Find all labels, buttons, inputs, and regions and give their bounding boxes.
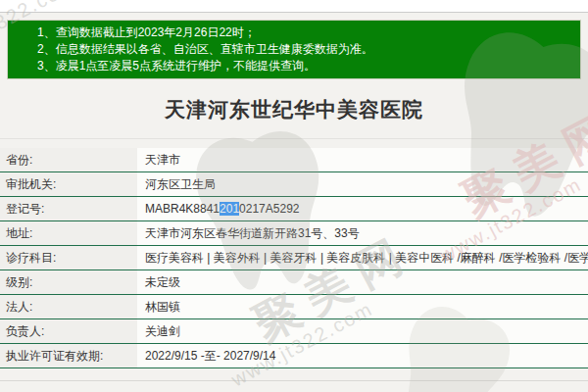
row-label: 登记号: — [0, 197, 137, 220]
table-row-approval-authority: 审批机关: 河东区卫生局 — [0, 172, 588, 197]
row-value: 关迪剑 — [137, 319, 588, 343]
registration-selected-text: 201 — [220, 202, 239, 216]
row-value: 未定级 — [137, 270, 588, 294]
row-label: 负责人: — [0, 319, 137, 343]
table-row-address: 地址: 天津市河东区春华街道新开路31号、33号 — [0, 221, 588, 246]
bottom-divider — [0, 380, 588, 381]
row-label: 地址: — [0, 221, 137, 245]
table-row-province: 省份: 天津市 — [0, 148, 588, 172]
notice-line-2: 2、信息数据结果以各省、自治区、直辖市卫生健康委数据为准。 — [37, 41, 570, 58]
table-row-legal-person: 法人: 林国镇 — [0, 295, 588, 319]
notice-line-1: 1、查询数据截止到2023年2月26日22时； — [37, 24, 570, 41]
table-row-person-in-charge: 负责人: 关迪剑 — [0, 319, 588, 344]
row-value: 河东区卫生局 — [137, 172, 588, 196]
row-label: 级别: — [0, 270, 137, 294]
hospital-info-table: 省份: 天津市 审批机关: 河东区卫生局 登记号: MABR4K88412010… — [0, 148, 588, 368]
title-divider — [0, 138, 588, 139]
row-value: 林国镇 — [137, 295, 588, 318]
row-value: 天津市 — [137, 148, 588, 172]
row-value: 医疗美容科 | 美容外科 | 美容牙科 | 美容皮肤科 | 美容中医科 /麻醉科… — [137, 246, 588, 270]
row-label: 执业许可证有效期: — [0, 344, 137, 368]
table-row-level: 级别: 未定级 — [0, 270, 588, 295]
row-value: 天津市河东区春华街道新开路31号、33号 — [137, 221, 588, 245]
row-label: 法人: — [0, 295, 137, 318]
registration-suffix: 0217A5292 — [239, 202, 299, 216]
notice-banner: 1、查询数据截止到2023年2月26日22时； 2、信息数据结果以各省、自治区、… — [7, 20, 581, 79]
registration-number: MABR4K88412010217A5292 — [137, 197, 588, 220]
registration-prefix: MABR4K8841 — [145, 202, 220, 216]
row-value: 2022/9/15 -至- 2027/9/14 — [137, 344, 588, 368]
row-label: 省份: — [0, 148, 137, 172]
table-row-registration-number: 登记号: MABR4K88412010217A5292 — [0, 197, 588, 221]
query-result-page: 1、查询数据截止到2023年2月26日22时； 2、信息数据结果以各省、自治区、… — [0, 0, 588, 392]
notice-line-3: 3、凌晨1点至凌晨5点系统进行维护，不能提供查询。 — [37, 58, 570, 74]
row-label: 审批机关: — [0, 172, 137, 196]
page-title: 天津河东世纪华中美容医院 — [0, 95, 588, 124]
row-label: 诊疗科目: — [0, 246, 137, 270]
table-row-license-validity: 执业许可证有效期: 2022/9/15 -至- 2027/9/14 — [0, 344, 588, 368]
top-strip — [0, 0, 588, 13]
table-row-departments: 诊疗科目: 医疗美容科 | 美容外科 | 美容牙科 | 美容皮肤科 | 美容中医… — [0, 246, 588, 270]
